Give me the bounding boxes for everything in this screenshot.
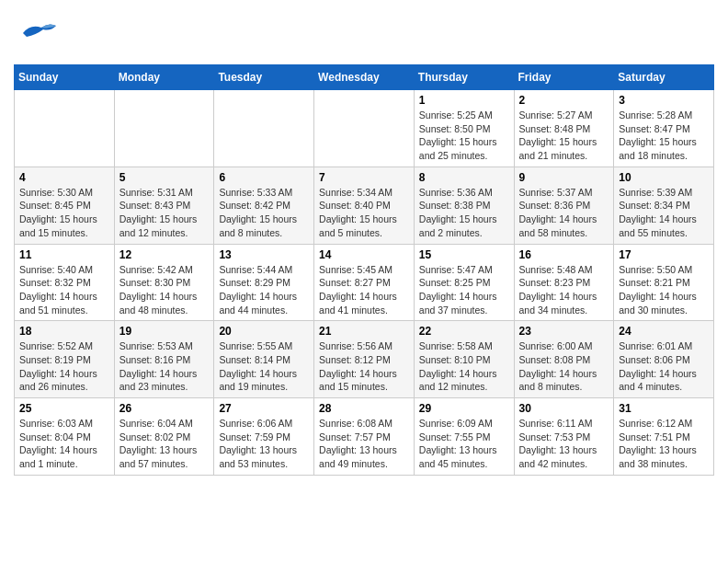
- day-header-wednesday: Wednesday: [314, 65, 415, 90]
- day-info: Sunrise: 5:52 AMSunset: 8:19 PMDaylight:…: [19, 339, 109, 394]
- day-info: Sunrise: 6:11 AMSunset: 7:53 PMDaylight:…: [519, 417, 609, 471]
- day-number: 23: [519, 325, 609, 338]
- calendar-header-row: SundayMondayTuesdayWednesdayThursdayFrid…: [15, 65, 714, 90]
- calendar-cell: [114, 90, 214, 167]
- day-info: Sunrise: 5:47 AMSunset: 8:25 PMDaylight:…: [419, 263, 509, 317]
- day-header-monday: Monday: [114, 65, 214, 90]
- day-number: 10: [619, 171, 709, 184]
- calendar-body: 1Sunrise: 5:25 AMSunset: 8:50 PMDaylight…: [15, 90, 714, 476]
- calendar-cell: 30Sunrise: 6:11 AMSunset: 7:53 PMDayligh…: [514, 398, 614, 476]
- calendar-cell: 24Sunrise: 6:01 AMSunset: 8:06 PMDayligh…: [614, 321, 714, 398]
- day-info: Sunrise: 5:48 AMSunset: 8:23 PMDaylight:…: [519, 263, 609, 317]
- day-info: Sunrise: 5:34 AMSunset: 8:40 PMDaylight:…: [319, 186, 409, 240]
- day-number: 15: [419, 248, 509, 261]
- day-info: Sunrise: 5:56 AMSunset: 8:12 PMDaylight:…: [319, 339, 409, 394]
- day-number: 19: [119, 325, 210, 338]
- calendar-cell: 5Sunrise: 5:31 AMSunset: 8:43 PMDaylight…: [114, 167, 214, 244]
- calendar-cell: 3Sunrise: 5:28 AMSunset: 8:47 PMDaylight…: [614, 90, 714, 167]
- day-info: Sunrise: 5:40 AMSunset: 8:32 PMDaylight:…: [19, 263, 109, 317]
- day-number: 31: [619, 402, 709, 415]
- calendar-cell: 11Sunrise: 5:40 AMSunset: 8:32 PMDayligh…: [15, 244, 115, 321]
- day-number: 1: [419, 94, 509, 107]
- day-number: 12: [119, 248, 210, 261]
- calendar-cell: 8Sunrise: 5:36 AMSunset: 8:38 PMDaylight…: [414, 167, 514, 244]
- calendar-cell: 23Sunrise: 6:00 AMSunset: 8:08 PMDayligh…: [514, 321, 614, 398]
- calendar-cell: [15, 90, 115, 167]
- day-info: Sunrise: 6:06 AMSunset: 7:59 PMDaylight:…: [219, 417, 309, 471]
- day-number: 9: [519, 171, 609, 184]
- calendar-week-2: 4Sunrise: 5:30 AMSunset: 8:45 PMDaylight…: [15, 167, 714, 244]
- calendar-cell: 27Sunrise: 6:06 AMSunset: 7:59 PMDayligh…: [214, 398, 314, 476]
- day-info: Sunrise: 6:12 AMSunset: 7:51 PMDaylight:…: [619, 417, 709, 471]
- calendar-cell: [314, 90, 415, 167]
- day-number: 27: [219, 402, 309, 415]
- calendar-cell: 26Sunrise: 6:04 AMSunset: 8:02 PMDayligh…: [114, 398, 214, 476]
- day-info: Sunrise: 6:08 AMSunset: 7:57 PMDaylight:…: [319, 417, 409, 471]
- calendar-cell: 13Sunrise: 5:44 AMSunset: 8:29 PMDayligh…: [214, 244, 314, 321]
- day-number: 13: [219, 248, 309, 261]
- day-info: Sunrise: 5:53 AMSunset: 8:16 PMDaylight:…: [119, 339, 210, 394]
- calendar-week-4: 18Sunrise: 5:52 AMSunset: 8:19 PMDayligh…: [15, 321, 714, 398]
- calendar-cell: 6Sunrise: 5:33 AMSunset: 8:42 PMDaylight…: [214, 167, 314, 244]
- day-number: 2: [519, 94, 609, 107]
- calendar-cell: 10Sunrise: 5:39 AMSunset: 8:34 PMDayligh…: [614, 167, 714, 244]
- day-info: Sunrise: 6:04 AMSunset: 8:02 PMDaylight:…: [119, 417, 210, 471]
- day-number: 21: [319, 325, 409, 338]
- day-number: 14: [319, 248, 409, 261]
- day-number: 5: [119, 171, 210, 184]
- day-info: Sunrise: 6:00 AMSunset: 8:08 PMDaylight:…: [519, 339, 609, 394]
- day-info: Sunrise: 5:28 AMSunset: 8:47 PMDaylight:…: [619, 109, 709, 163]
- day-number: 3: [619, 94, 709, 107]
- page-header: [14, 9, 714, 57]
- day-info: Sunrise: 5:36 AMSunset: 8:38 PMDaylight:…: [419, 186, 509, 240]
- calendar-cell: 25Sunrise: 6:03 AMSunset: 8:04 PMDayligh…: [15, 398, 115, 476]
- day-info: Sunrise: 5:39 AMSunset: 8:34 PMDaylight:…: [619, 186, 709, 240]
- calendar-cell: 4Sunrise: 5:30 AMSunset: 8:45 PMDaylight…: [15, 167, 115, 244]
- calendar-cell: [214, 90, 314, 167]
- calendar-cell: 17Sunrise: 5:50 AMSunset: 8:21 PMDayligh…: [614, 244, 714, 321]
- calendar-cell: 22Sunrise: 5:58 AMSunset: 8:10 PMDayligh…: [414, 321, 514, 398]
- logo: [14, 9, 62, 57]
- day-number: 6: [219, 171, 309, 184]
- day-info: Sunrise: 5:25 AMSunset: 8:50 PMDaylight:…: [419, 109, 509, 163]
- day-number: 18: [19, 325, 109, 338]
- logo-icon: [14, 9, 58, 53]
- calendar-cell: 21Sunrise: 5:56 AMSunset: 8:12 PMDayligh…: [314, 321, 415, 398]
- day-header-sunday: Sunday: [15, 65, 115, 90]
- calendar-cell: 1Sunrise: 5:25 AMSunset: 8:50 PMDaylight…: [414, 90, 514, 167]
- day-number: 25: [19, 402, 109, 415]
- calendar-week-3: 11Sunrise: 5:40 AMSunset: 8:32 PMDayligh…: [15, 244, 714, 321]
- day-info: Sunrise: 5:42 AMSunset: 8:30 PMDaylight:…: [119, 263, 210, 317]
- day-info: Sunrise: 5:45 AMSunset: 8:27 PMDaylight:…: [319, 263, 409, 317]
- calendar-week-5: 25Sunrise: 6:03 AMSunset: 8:04 PMDayligh…: [15, 398, 714, 476]
- day-info: Sunrise: 5:37 AMSunset: 8:36 PMDaylight:…: [519, 186, 609, 240]
- calendar-cell: 12Sunrise: 5:42 AMSunset: 8:30 PMDayligh…: [114, 244, 214, 321]
- calendar-week-1: 1Sunrise: 5:25 AMSunset: 8:50 PMDaylight…: [15, 90, 714, 167]
- day-number: 11: [19, 248, 109, 261]
- calendar-cell: 29Sunrise: 6:09 AMSunset: 7:55 PMDayligh…: [414, 398, 514, 476]
- calendar-cell: 18Sunrise: 5:52 AMSunset: 8:19 PMDayligh…: [15, 321, 115, 398]
- day-number: 24: [619, 325, 709, 338]
- calendar-cell: 9Sunrise: 5:37 AMSunset: 8:36 PMDaylight…: [514, 167, 614, 244]
- calendar-cell: 19Sunrise: 5:53 AMSunset: 8:16 PMDayligh…: [114, 321, 214, 398]
- day-number: 7: [319, 171, 409, 184]
- day-info: Sunrise: 6:01 AMSunset: 8:06 PMDaylight:…: [619, 339, 709, 394]
- day-info: Sunrise: 5:31 AMSunset: 8:43 PMDaylight:…: [119, 186, 210, 240]
- day-number: 22: [419, 325, 509, 338]
- day-info: Sunrise: 5:33 AMSunset: 8:42 PMDaylight:…: [219, 186, 309, 240]
- calendar-cell: 20Sunrise: 5:55 AMSunset: 8:14 PMDayligh…: [214, 321, 314, 398]
- day-number: 28: [319, 402, 409, 415]
- calendar-cell: 28Sunrise: 6:08 AMSunset: 7:57 PMDayligh…: [314, 398, 415, 476]
- day-number: 8: [419, 171, 509, 184]
- calendar-cell: 7Sunrise: 5:34 AMSunset: 8:40 PMDaylight…: [314, 167, 415, 244]
- day-number: 4: [19, 171, 109, 184]
- day-header-tuesday: Tuesday: [214, 65, 314, 90]
- day-info: Sunrise: 5:50 AMSunset: 8:21 PMDaylight:…: [619, 263, 709, 317]
- day-number: 17: [619, 248, 709, 261]
- calendar-cell: 15Sunrise: 5:47 AMSunset: 8:25 PMDayligh…: [414, 244, 514, 321]
- day-number: 16: [519, 248, 609, 261]
- calendar-cell: 31Sunrise: 6:12 AMSunset: 7:51 PMDayligh…: [614, 398, 714, 476]
- day-number: 30: [519, 402, 609, 415]
- day-number: 29: [419, 402, 509, 415]
- day-info: Sunrise: 5:44 AMSunset: 8:29 PMDaylight:…: [219, 263, 309, 317]
